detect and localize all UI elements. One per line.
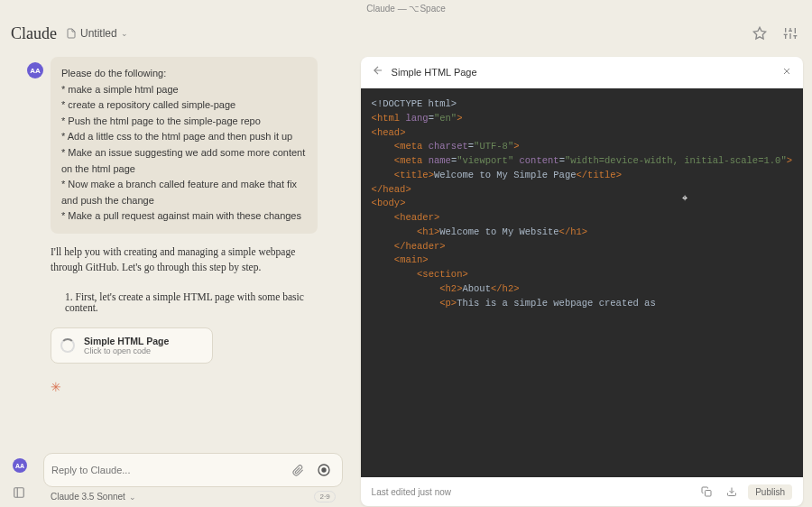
chevron-down-icon: ⌄ [121, 29, 128, 38]
code-artifact-card[interactable]: Simple HTML Page Click to open code [51, 327, 213, 364]
card-title: Simple HTML Page [84, 336, 169, 346]
panel-footer: Last edited just now Publish [361, 477, 803, 506]
composer: AA Claude 3.5 Sonnet ⌄ 2·9 [43, 453, 343, 506]
user-text-item: * create a repository called simple-page [61, 97, 307, 114]
panel-icon [13, 486, 25, 499]
user-text-intro: Please do the following: [61, 66, 307, 82]
attachment-button[interactable] [289, 461, 308, 480]
svg-marker-0 [753, 27, 765, 39]
sliders-icon [783, 26, 798, 41]
token-badge: 2·9 [314, 491, 335, 502]
close-button[interactable] [781, 66, 792, 79]
document-title-dropdown[interactable]: Untitled ⌄ [66, 27, 128, 40]
user-text-item: * Make an issue suggesting we add some m… [61, 145, 307, 177]
star-icon [752, 26, 767, 41]
last-edited-text: Last edited just now [372, 487, 451, 497]
user-text-item: * make a simple html page [61, 82, 307, 98]
svg-point-11 [322, 468, 326, 472]
star-button[interactable] [749, 23, 770, 44]
svg-rect-12 [14, 488, 24, 498]
app-logo: Claude [11, 24, 57, 43]
card-subtitle: Click to open code [84, 346, 169, 355]
publish-button[interactable]: Publish [748, 484, 792, 500]
code-editor[interactable]: <!DOCTYPE html> <html lang="en"> <head> … [361, 88, 803, 477]
user-text-item: * Now make a branch called feature and m… [61, 177, 307, 208]
composer-avatar: AA [13, 458, 27, 473]
arrow-left-icon [372, 64, 384, 77]
back-button[interactable] [372, 64, 384, 80]
sidebar-toggle-button[interactable] [13, 486, 25, 502]
mouse-cursor-icon: ⌖ [682, 191, 687, 207]
user-text-item: * Add a little css to the html page and … [61, 129, 307, 145]
document-title-text: Untitled [80, 27, 117, 40]
download-icon [726, 486, 737, 497]
download-button[interactable] [723, 483, 741, 501]
chat-pane: AA Please do the following: * make a sim… [0, 50, 361, 507]
close-icon [781, 66, 792, 77]
app-header: Claude Untitled ⌄ [0, 17, 812, 50]
settings-button[interactable] [780, 23, 801, 44]
panel-title: Simple HTML Page [392, 67, 477, 78]
model-selector[interactable]: Claude 3.5 Sonnet [51, 492, 125, 502]
assistant-list-item: 1. First, let's create a simple HTML pag… [65, 291, 336, 313]
svg-rect-17 [706, 491, 712, 497]
user-text-item: * Push the html page to the simple-page … [61, 114, 307, 130]
panel-header: Simple HTML Page [361, 57, 803, 88]
artifact-pane: Simple HTML Page <!DOCTYPE html> <html l… [361, 50, 812, 507]
paperclip-icon [292, 465, 304, 476]
spinner-icon [60, 338, 75, 353]
loading-sparkle-icon: ✳ [51, 380, 310, 394]
document-icon [66, 28, 77, 39]
send-button[interactable] [313, 459, 335, 481]
user-message: AA Please do the following: * make a sim… [51, 57, 318, 234]
copy-icon [701, 486, 712, 497]
user-avatar: AA [27, 62, 43, 78]
window-title: Claude — ⌥Space [0, 0, 812, 17]
reply-input[interactable] [51, 465, 283, 475]
copy-button[interactable] [697, 483, 715, 501]
user-text-item: * Make a pull request against main with … [61, 208, 307, 225]
target-icon [317, 463, 331, 477]
chevron-down-icon: ⌄ [129, 493, 136, 502]
assistant-message: I'll help you with creating and managing… [51, 244, 310, 276]
